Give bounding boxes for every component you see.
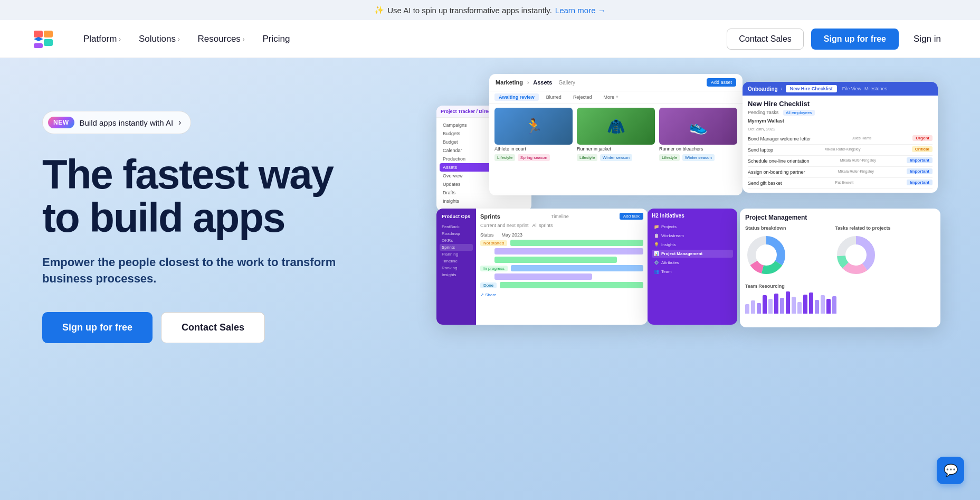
top-banner: ✨ Use AI to spin up transformative apps … [0,0,980,20]
table-row: Schedule one-line orientation Mikala Ruf… [748,156,933,167]
nav-links: Platform › Solutions › Resources › Prici… [76,30,727,49]
status-donut-chart [745,234,787,276]
status-not-started: Not started [480,240,507,246]
initiatives-team[interactable]: 👥Team [652,268,733,276]
marketing-title: Marketing [496,79,523,86]
svg-marker-2 [34,37,43,41]
svg-rect-4 [34,43,43,48]
chat-icon: 💬 [944,464,958,477]
h2-initiatives-card: H2 Initiatives 📁Projects 📋Workstream 💡In… [648,209,737,325]
contact-sales-button[interactable]: Contact Sales [727,29,804,50]
sidebar-timeline[interactable]: Timeline [440,258,473,265]
sidebar-okrs[interactable]: OKRs [440,237,473,244]
initiatives-insights[interactable]: 💡Insights [652,241,733,249]
product-ops-sidebar: Product Ops FeatBack Roadmap OKRs Sprint… [436,209,476,325]
navbar: Platform › Solutions › Resources › Prici… [0,20,980,58]
hero-subtitle: Empower the people closest to the work t… [42,254,348,287]
add-asset-button[interactable]: Add asset [707,78,736,87]
file-view-tab[interactable]: File View [842,86,861,91]
chevron-icon: › [178,36,180,42]
pm-title: Project Management [745,214,935,221]
onboarding-title: New Hire Checklist [748,100,933,108]
filter-awaiting[interactable]: Awaiting review [494,93,539,101]
banner-link[interactable]: Learn more → [555,6,606,15]
banner-emoji: ✨ [374,5,384,15]
table-row: Assign on-boarding partner Mikala Rufer-… [748,167,933,178]
table-row: Bond Manager welcome letter Jules Harris… [748,134,933,145]
nav-item-pricing[interactable]: Pricing [255,30,298,49]
initiatives-workstream[interactable]: 📋Workstream [652,232,733,240]
sprints-main-title: Sprints [480,213,500,220]
nav-item-resources[interactable]: Resources › [191,30,252,49]
new-badge-arrow-icon: › [178,118,181,127]
signup-nav-button[interactable]: Sign up for free [811,29,899,50]
table-row: Send laptop Mikala Rufer-Kingsley Critic… [748,145,933,156]
logo[interactable] [32,27,55,51]
banner-text: Use AI to spin up transformative apps in… [387,6,552,15]
tasks-table: Bond Manager welcome letter Jules Harris… [748,134,933,189]
initiatives-attributes[interactable]: ⚙️Attributes [652,259,733,267]
asset-item[interactable]: 🏃 Athlete in court Lifestyle Spring seas… [494,108,573,161]
sidebar-featback[interactable]: FeatBack [440,223,473,230]
signin-link[interactable]: Sign in [906,30,948,49]
onboarding-header: Onboarding [748,86,778,92]
hero-section: NEW Build apps instantly with AI › The f… [0,58,980,500]
svg-rect-1 [44,31,53,37]
new-badge: NEW [48,117,74,128]
sidebar-sprints-active[interactable]: Sprints [440,244,473,251]
tasks-donut-chart [835,234,877,276]
status-in-progress: In progress [480,266,508,271]
filter-blurred[interactable]: Blurred [542,93,566,101]
nav-item-platform[interactable]: Platform › [76,30,128,49]
status-done: Done [480,282,497,288]
logo-icon [32,27,55,51]
onboarding-tab-active[interactable]: New Hire Checklist [786,85,837,92]
initiatives-pm-active[interactable]: 📊Project Management [652,250,733,258]
chevron-icon: › [243,36,245,42]
tasks-breakdown: Tasks related to projects [835,225,935,278]
team-resourcing-chart [745,291,935,315]
svg-rect-3 [44,39,53,46]
hero-screenshots: Project Tracker / Directory Campaigns Bu… [436,74,980,500]
nav-item-solutions[interactable]: Solutions › [131,30,187,49]
sidebar-roadmap[interactable]: Roadmap [440,230,473,237]
hero-buttons: Sign up for free Contact Sales [42,312,380,343]
project-management-card: Project Management Status breakdown Task… [740,209,940,327]
h2-title: H2 Initiatives [652,213,733,219]
hero-title: The fastest way to build apps [42,153,380,240]
table-row: Send gift basket Pat Everett Important [748,178,933,189]
contact-hero-button[interactable]: Contact Sales [161,312,265,343]
svg-rect-0 [34,31,43,37]
product-ops-title: Product Ops [440,213,473,220]
hero-left: NEW Build apps instantly with AI › The f… [42,95,380,343]
team-resourcing-label: Team Resourcing [745,284,935,289]
filter-more[interactable]: More + [599,93,622,101]
asset-item[interactable]: 🧥 Runner in jacket Lifestyle Winter seas… [577,108,655,161]
chat-button[interactable]: 💬 [937,457,964,484]
sidebar-insights[interactable]: Insights [440,271,473,278]
sidebar-ranking[interactable]: Ranking [440,265,473,271]
signup-hero-button[interactable]: Sign up for free [42,312,153,343]
asset-item[interactable]: 👟 Runner on bleachers Lifestyle Winter s… [659,108,737,161]
new-badge-row[interactable]: NEW Build apps instantly with AI › [42,111,191,134]
person-name: Myrnym Walfast [748,118,933,124]
add-task-button[interactable]: Add task [620,213,643,220]
share-link[interactable]: ↗ Share [480,293,643,297]
sprints-main: Sprints Timeline Add task Current and ne… [476,209,648,325]
initiatives-projects[interactable]: 📁Projects [652,223,733,231]
nav-right: Contact Sales Sign up for free Sign in [727,29,948,50]
sidebar-planning[interactable]: Planning [440,251,473,258]
onboarding-card: Onboarding › New Hire Checklist File Vie… [743,82,938,193]
list-item[interactable]: Insights [440,197,528,205]
marketing-assets-card: Marketing › Assets Gallery Add asset Awa… [489,74,743,195]
new-badge-text: Build apps instantly with AI [80,118,174,127]
chevron-icon: › [119,36,121,42]
milestones-tab[interactable]: Milestones [864,86,887,91]
filter-rejected[interactable]: Rejected [569,93,596,101]
status-breakdown: Status breakdown [745,225,829,278]
sprints-card: Product Ops FeatBack Roadmap OKRs Sprint… [436,209,648,325]
